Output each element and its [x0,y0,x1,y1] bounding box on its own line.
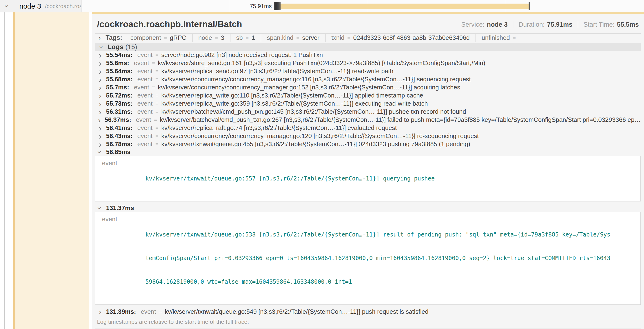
span-duration-label: 75.91ms [236,0,272,12]
log-value: kv/kvserver/batcheval/cmd_push_txn.go:14… [161,108,466,116]
chevron-right-icon [98,75,103,84]
log-key: event [137,108,152,116]
chevron-right-icon [98,59,103,67]
log-row[interactable]: 56.31ms: event = kv/kvserver/batcheval/c… [95,108,641,116]
stat-value: node 3 [487,21,508,28]
tag-item: node=3 [192,34,230,42]
log-timestamp: 55.7ms: [106,84,129,91]
log-row[interactable]: 131.39ms: event = kv/kvserver/txnwait/qu… [95,308,641,316]
log-value-mono: kv/kvserver/txnwait/queue.go:538 [n3,s3,… [146,215,610,302]
span-operation-name: /cockroach.roach… [45,3,82,10]
log-row[interactable]: 55.54ms: event = server/node.go:902 [n3]… [95,51,641,59]
log-row-expanded-header[interactable]: 131.37ms [95,204,641,212]
trace-detail-screen: node 3 /cockroach.roach… 75.91ms /cockro… [0,0,644,329]
log-key: event [137,76,152,83]
log-row[interactable]: 55.7ms: event = kv/kvserver/concurrency/… [95,84,641,92]
log-value: kv/kvserver/concurrency/concurrency_mana… [161,76,471,83]
logs-title: Logs [108,43,124,51]
equals-sign: = [156,133,158,139]
equals-sign: = [152,60,155,66]
log-key: event [134,59,149,67]
log-detail-table: event kv/kvserver/txnwait/queue.go:538 [… [95,212,641,305]
span-stats: Service:node 3 Duration:75.91ms Start Ti… [456,21,639,29]
equals-sign: = [156,100,158,107]
log-value: kv/kvserver/concurrency/concurrency_mana… [158,84,460,91]
log-timestamp: 55.54ms: [106,51,132,59]
chevron-right-icon [98,100,103,108]
log-row[interactable]: 56.43ms: event = kv/kvserver/concurrency… [95,132,641,140]
chevron-down-icon [4,2,10,10]
equals-sign: = [156,109,158,115]
log-key: event [95,159,146,198]
log-marker-tick [276,2,277,10]
tag-item: unfinished= [476,34,524,42]
log-timestamp: 55.72ms: [106,92,132,99]
selected-span-row-highlight[interactable] [15,12,89,329]
chevron-right-icon [98,308,103,316]
log-row[interactable]: 55.72ms: event = kv/kvserver/replica_wri… [95,92,641,100]
log-timestamp: 56.78ms: [106,140,132,148]
log-row[interactable]: 56.41ms: event = kv/kvserver/replica_raf… [95,124,641,132]
log-timestamp: 56.37ms: [105,116,131,124]
span-bar[interactable] [277,4,529,9]
tree-indent-guide [4,12,5,329]
stat-label: Start Time: [584,21,615,28]
log-value-mono: kv/kvserver/txnwait/queue.go:557 [n3,s3,… [146,159,435,198]
span-detail-card: /cockroach.roachpb.Internal/Batch Servic… [92,12,644,329]
log-timestamp: 56.31ms: [106,108,132,116]
log-row[interactable]: 55.68ms: event = kv/kvserver/concurrency… [95,75,641,84]
tag-item: component=gRPC [125,34,192,42]
collapse-row-control[interactable] [0,0,14,12]
log-marker-tick [274,2,275,10]
logs-section-toggle[interactable]: Logs (15) [95,43,641,51]
span-service-name: node 3 [19,2,41,10]
log-marker-tick [277,2,278,10]
log-value: kv/kvserver/txnwait/queue.go:549 [n3,s3,… [165,308,428,316]
log-value: kv/kvserver/replica_write.go:110 [n3,s3,… [161,92,423,99]
stat-label: Service: [461,21,484,28]
log-row[interactable]: 55.6ms: event = kv/kvserver/store_send.g… [95,59,641,67]
chevron-right-icon [98,124,103,132]
log-timestamp: 56.85ms [106,148,130,156]
log-timestamp: 131.39ms: [106,308,136,316]
equals-sign: = [154,117,157,123]
log-value: server/node.go:902 [n3] node received re… [161,51,323,59]
log-row[interactable]: 56.78ms: event = kv/kvserver/txnwait/que… [95,140,641,148]
log-value: kv/kvserver/replica_write.go:359 [n3,s3,… [161,100,428,107]
log-value: kv/kvserver/concurrency/concurrency_mana… [161,132,479,140]
tags-section-toggle[interactable]: Tags: component=gRPC node=3 sb=1 span.ki… [95,34,641,42]
log-timestamp: 55.6ms: [106,59,129,67]
logs-footer-note: Log timestamps are relative to the start… [95,316,641,329]
equals-sign: = [513,35,516,41]
span-detail-header: /cockroach.roachpb.Internal/Batch Servic… [95,14,641,34]
log-key: event [137,100,152,107]
log-row[interactable]: 56.37ms: event = kv/kvserver/batcheval/c… [95,116,641,124]
equals-sign: = [347,35,350,41]
equals-sign: = [296,35,299,41]
stat-value: 55.5ms [617,21,639,28]
log-marker-tick [275,2,276,10]
tags-label: Tags: [106,34,122,42]
tag-item: txnid=024d3323-6c8f-4863-aa8b-37ab0e6349… [325,34,475,42]
trace-timeline-row: node 3 /cockroach.roach… 75.91ms [0,0,644,12]
log-marker-tick [279,2,280,10]
stat-value: 75.91ms [547,21,572,28]
chevron-right-icon [97,34,102,41]
log-value: kv/kvserver/txnwait/queue.go:455 [n3,s3,… [161,140,470,148]
log-value: kv/kvserver/batcheval/cmd_push_txn.go:26… [160,116,641,124]
log-timestamp: 55.68ms: [106,76,132,83]
log-row-expanded-header[interactable]: 56.85ms [95,148,641,156]
stat-service: Service:node 3 [456,21,513,28]
stat-start-time: Start Time:55.5ms [578,21,639,28]
span-name-tab[interactable]: node 3 /cockroach.roach… [14,0,82,12]
log-key: event [137,68,152,75]
equals-sign: = [156,141,158,147]
log-row[interactable]: 55.64ms: event = kv/kvserver/replica_sen… [95,67,641,75]
equals-sign: = [156,52,158,58]
chevron-right-icon [98,116,101,124]
chevron-right-icon [98,84,103,92]
equals-sign: = [164,35,167,41]
log-row[interactable]: 55.73ms: event = kv/kvserver/replica_wri… [95,100,641,108]
chevron-right-icon [98,92,103,100]
chevron-right-icon [98,67,103,75]
